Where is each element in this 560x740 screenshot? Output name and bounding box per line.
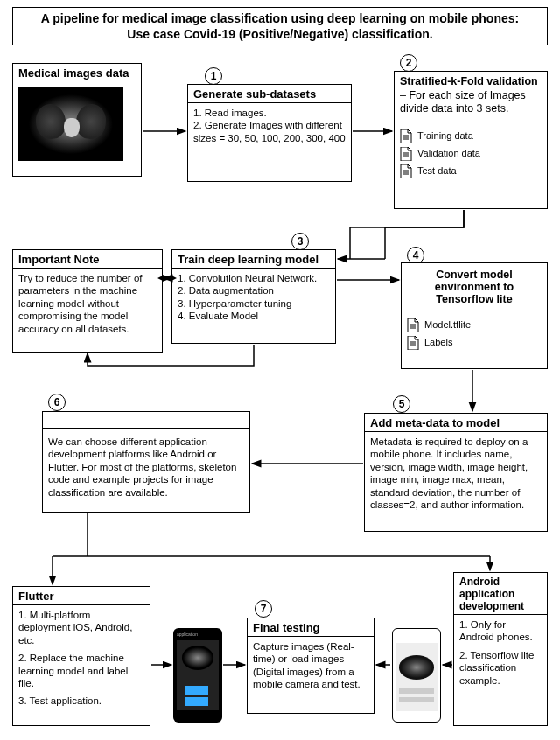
svg-marker-24 [158, 276, 163, 281]
svg-marker-23 [172, 276, 177, 281]
arrows-layer [0, 0, 560, 740]
